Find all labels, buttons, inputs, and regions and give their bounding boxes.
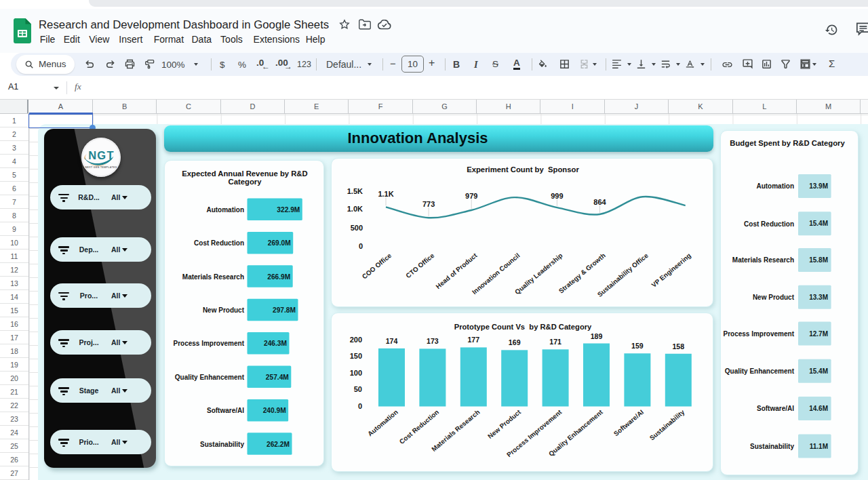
svg-text:15.4M: 15.4M bbox=[809, 220, 828, 227]
svg-text:15.8M: 15.8M bbox=[809, 256, 828, 264]
svg-text:297.8M: 297.8M bbox=[273, 306, 296, 314]
svg-text:189: 189 bbox=[591, 332, 603, 340]
svg-text:New Product: New Product bbox=[753, 294, 795, 301]
svg-text:240.9M: 240.9M bbox=[263, 407, 286, 414]
svg-text:322.9M: 322.9M bbox=[277, 206, 300, 214]
svg-text:158: 158 bbox=[672, 342, 684, 351]
svg-text:Cost Reduction: Cost Reduction bbox=[744, 220, 794, 228]
svg-text:262.2M: 262.2M bbox=[267, 441, 290, 448]
svg-text:Sustainability: Sustainability bbox=[200, 441, 244, 448]
svg-text:Process Improvement: Process Improvement bbox=[174, 340, 245, 347]
svg-text:Software/AI: Software/AI bbox=[612, 408, 646, 437]
svg-text:Cost Reduction: Cost Reduction bbox=[398, 408, 441, 445]
svg-text:Quality Enhancement: Quality Enhancement bbox=[175, 374, 245, 381]
svg-text:Automation: Automation bbox=[366, 408, 399, 437]
svg-text:NEXT GEN TEMPLATES: NEXT GEN TEMPLATES bbox=[85, 166, 117, 169]
svg-text:0: 0 bbox=[358, 402, 362, 410]
svg-text:200: 200 bbox=[350, 336, 362, 344]
svg-text:173: 173 bbox=[427, 337, 439, 345]
svg-text:500: 500 bbox=[351, 224, 363, 232]
svg-text:15.4M: 15.4M bbox=[809, 367, 828, 375]
svg-text:COO Office: COO Office bbox=[361, 252, 393, 281]
svg-text:Expected Annual Revenue by R&D: Expected Annual Revenue by R&D bbox=[182, 169, 307, 178]
svg-text:New Product: New Product bbox=[486, 408, 523, 440]
svg-text:169: 169 bbox=[509, 338, 521, 346]
svg-text:14.6M: 14.6M bbox=[809, 405, 828, 412]
svg-text:11.1M: 11.1M bbox=[810, 443, 828, 450]
svg-text:177: 177 bbox=[467, 336, 479, 344]
svg-text:Quality Leadership: Quality Leadership bbox=[513, 252, 564, 296]
svg-text:1.0K: 1.0K bbox=[347, 205, 363, 213]
svg-text:12.7M: 12.7M bbox=[809, 330, 828, 338]
svg-text:Head of Product: Head of Product bbox=[434, 252, 479, 291]
svg-text:150: 150 bbox=[350, 352, 362, 360]
svg-text:Sustainability: Sustainability bbox=[750, 443, 794, 450]
svg-text:50: 50 bbox=[354, 385, 362, 393]
svg-text:266.9M: 266.9M bbox=[267, 273, 290, 281]
svg-text:171: 171 bbox=[549, 338, 561, 346]
svg-text:New Product: New Product bbox=[203, 306, 245, 314]
svg-text:Software/AI: Software/AI bbox=[757, 405, 794, 412]
svg-text:Quality Enhancement: Quality Enhancement bbox=[725, 367, 795, 375]
svg-text:1.5K: 1.5K bbox=[347, 187, 363, 195]
svg-text:269.0M: 269.0M bbox=[268, 239, 291, 247]
svg-text:159: 159 bbox=[631, 342, 644, 350]
svg-text:257.4M: 257.4M bbox=[266, 374, 289, 381]
svg-text:246.3M: 246.3M bbox=[264, 340, 287, 347]
svg-text:773: 773 bbox=[422, 200, 435, 208]
svg-text:979: 979 bbox=[465, 192, 477, 200]
svg-text:Strategy & Growth: Strategy & Growth bbox=[557, 252, 607, 295]
svg-text:Prototype Count Vs by R&D Cat: Prototype Count Vs by R&D Category bbox=[454, 323, 592, 331]
svg-text:Automation: Automation bbox=[206, 206, 244, 214]
svg-text:Automation: Automation bbox=[756, 182, 794, 190]
svg-text:Software/AI: Software/AI bbox=[207, 407, 244, 414]
svg-text:Category: Category bbox=[229, 178, 262, 186]
svg-text:CTO Office: CTO Office bbox=[404, 252, 436, 280]
svg-text:VP Engineering: VP Engineering bbox=[650, 252, 692, 289]
svg-text:Process Improvement: Process Improvement bbox=[724, 330, 795, 338]
svg-text:0: 0 bbox=[359, 242, 363, 250]
svg-text:13.3M: 13.3M bbox=[809, 294, 828, 301]
svg-text:Experiment Count by Sponsor: Experiment Count by Sponsor bbox=[467, 165, 579, 174]
svg-text:Budget Spent by R&D Category: Budget Spent by R&D Category bbox=[730, 139, 845, 147]
svg-text:Cost Reduction: Cost Reduction bbox=[194, 239, 244, 247]
svg-text:100: 100 bbox=[350, 369, 362, 377]
svg-text:Materials Research: Materials Research bbox=[732, 256, 794, 264]
svg-text:864: 864 bbox=[593, 198, 606, 206]
svg-text:Sustainability: Sustainability bbox=[648, 408, 686, 442]
svg-text:Materials Research: Materials Research bbox=[182, 273, 244, 281]
svg-text:174: 174 bbox=[386, 337, 398, 345]
svg-text:13.9M: 13.9M bbox=[809, 182, 828, 190]
svg-text:1.1K: 1.1K bbox=[378, 190, 393, 198]
svg-text:999: 999 bbox=[551, 192, 563, 200]
